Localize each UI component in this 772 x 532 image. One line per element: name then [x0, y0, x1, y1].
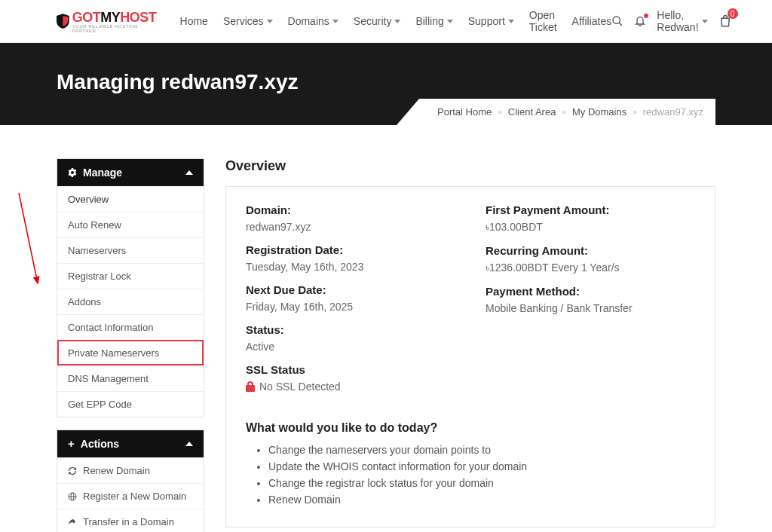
next-due-date-value: Friday, May 16th, 2025 [246, 301, 455, 313]
nav-services[interactable]: Services [223, 15, 273, 27]
nav-security[interactable]: Security [354, 15, 401, 27]
breadcrumb-separator: » [498, 108, 502, 116]
chevron-up-icon [185, 170, 193, 175]
breadcrumb: Portal Home » Client Area » My Domains »… [397, 99, 715, 125]
plus-icon: + [68, 439, 75, 448]
first-payment-value: ৳103.00BDT [486, 221, 695, 234]
refresh-icon [68, 466, 77, 475]
lock-icon [246, 381, 255, 392]
logo[interactable]: GOTMYHOST YOUR RELIABLE HOSTING PARTNER [57, 10, 158, 33]
registration-date-value: Tuesday, May 16th, 2023 [246, 261, 455, 273]
sidebar-item-private-nameservers[interactable]: Private Nameservers [57, 340, 204, 365]
breadcrumb-client-area[interactable]: Client Area [508, 106, 556, 118]
nav-home[interactable]: Home [180, 15, 208, 27]
domain-label: Domain: [246, 203, 455, 216]
chevron-down-icon [267, 20, 273, 23]
sidebar-item-addons[interactable]: Addons [57, 289, 204, 314]
todo-change-nameservers[interactable]: Change the nameservers your domain point… [268, 444, 695, 456]
sidebar: Manage Overview Auto Renew Nameservers R… [57, 158, 204, 532]
status-label: Status: [246, 323, 455, 336]
cart-button[interactable]: 0 [718, 14, 732, 28]
registration-date-label: Registration Date: [246, 243, 455, 256]
chevron-down-icon [332, 20, 339, 23]
logo-text-host: HOST [120, 10, 156, 25]
shield-icon [57, 14, 69, 29]
todo-update-whois[interactable]: Update the WHOIS contact information for… [268, 460, 695, 472]
main-content: Overview Domain: redwan97.xyz Registrati… [225, 158, 715, 527]
sidebar-manage-header[interactable]: Manage [57, 159, 204, 186]
todo-list: Change the nameservers your domain point… [246, 444, 695, 506]
sidebar-actions-header[interactable]: + Actions [57, 430, 204, 457]
breadcrumb-separator: » [562, 108, 566, 116]
overview-title: Overview [225, 158, 715, 174]
breadcrumb-current: redwan97.xyz [643, 106, 703, 118]
sidebar-action-register-domain[interactable]: Register a New Domain [57, 483, 204, 509]
sidebar-item-contact-information[interactable]: Contact Information [57, 314, 204, 340]
page-hero: Managing redwan97.xyz Portal Home » Clie… [0, 43, 772, 125]
notification-dot [644, 14, 648, 18]
main-container: Manage Overview Auto Renew Nameservers R… [0, 125, 772, 532]
nav-affiliates[interactable]: Affiliates [572, 15, 612, 27]
chevron-down-icon [394, 20, 400, 23]
top-header: GOTMYHOST YOUR RELIABLE HOSTING PARTNER … [0, 0, 772, 43]
main-nav: Home Services Domains Security Billing S… [180, 9, 612, 33]
logo-text-my: MY [100, 10, 120, 25]
status-value: Active [246, 341, 455, 353]
todo-renew-domain[interactable]: Renew Domain [268, 494, 695, 506]
header-right: Hello, Redwan! 0 [611, 9, 731, 33]
breadcrumb-separator: » [633, 108, 637, 116]
chevron-down-icon [447, 20, 453, 23]
sidebar-actions-panel: + Actions Renew Domain Register a New Do… [57, 430, 204, 532]
user-menu[interactable]: Hello, Redwan! [657, 9, 707, 33]
cart-count-badge: 0 [728, 8, 738, 19]
sidebar-item-get-epp-code[interactable]: Get EPP Code [57, 391, 204, 417]
globe-icon [68, 492, 77, 501]
sidebar-item-nameservers[interactable]: Nameservers [57, 237, 204, 263]
ssl-status-value: No SSL Detected [259, 381, 341, 393]
sidebar-actions-label: Actions [81, 438, 119, 450]
todo-change-registrar-lock[interactable]: Change the registrar lock status for you… [268, 477, 695, 489]
search-button[interactable] [611, 15, 623, 27]
next-due-date-label: Next Due Date: [246, 283, 455, 296]
nav-domains[interactable]: Domains [288, 15, 339, 27]
sidebar-manage-label: Manage [83, 167, 122, 179]
payment-method-label: Payment Method: [486, 285, 695, 298]
chevron-up-icon [185, 442, 193, 446]
overview-card: Domain: redwan97.xyz Registration Date: … [225, 186, 715, 527]
payment-method-value: Mobile Banking / Bank Transfer [486, 302, 695, 314]
nav-open-ticket[interactable]: Open Ticket [529, 9, 557, 33]
breadcrumb-my-domains[interactable]: My Domains [572, 106, 626, 118]
svg-line-1 [619, 23, 622, 26]
chevron-down-icon [702, 20, 708, 23]
share-icon [68, 518, 77, 527]
notifications-button[interactable] [634, 15, 646, 27]
chevron-down-icon [508, 20, 514, 23]
sidebar-action-transfer-domain[interactable]: Transfer in a Domain [57, 509, 204, 532]
nav-billing[interactable]: Billing [415, 15, 452, 27]
sidebar-manage-panel: Manage Overview Auto Renew Nameservers R… [57, 158, 204, 417]
nav-support[interactable]: Support [468, 15, 514, 27]
ssl-status-label: SSL Status [246, 363, 455, 376]
annotation-arrow [0, 185, 45, 298]
svg-line-2 [19, 193, 38, 283]
sidebar-item-overview[interactable]: Overview [57, 186, 204, 212]
sidebar-item-dns-management[interactable]: DNS Management [57, 365, 204, 391]
logo-text-got: GOT [72, 10, 101, 25]
recurring-amount-label: Recurring Amount: [486, 244, 695, 257]
domain-value: redwan97.xyz [246, 221, 455, 233]
todo-title: What would you like to do today? [246, 421, 695, 435]
sidebar-item-registrar-lock[interactable]: Registrar Lock [57, 263, 204, 289]
first-payment-label: First Payment Amount: [486, 203, 695, 216]
recurring-amount-value: ৳1236.00BDT Every 1 Year/s [486, 261, 695, 274]
breadcrumb-portal-home[interactable]: Portal Home [437, 106, 492, 118]
search-icon [611, 15, 623, 27]
svg-point-0 [613, 17, 620, 23]
gear-icon [68, 168, 77, 177]
sidebar-item-auto-renew[interactable]: Auto Renew [57, 212, 204, 237]
sidebar-action-renew-domain[interactable]: Renew Domain [57, 457, 204, 483]
page-title: Managing redwan97.xyz [57, 70, 715, 94]
